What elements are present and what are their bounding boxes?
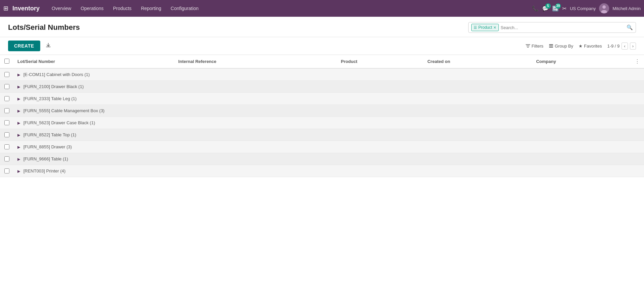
search-submit-icon[interactable]: 🔍 [627, 24, 633, 30]
expand-icon: ▶ [17, 121, 20, 125]
groupby-button[interactable]: Group By [549, 44, 573, 49]
pagination: 1-9 / 9 ‹ › [607, 43, 636, 50]
row-group-label[interactable]: ▶ [E-COM11] Cabinet with Doors (1) [13, 68, 631, 81]
search-input[interactable] [501, 25, 627, 30]
expand-icon: ▶ [17, 85, 20, 89]
expand-icon: ▶ [17, 157, 20, 161]
column-options-button[interactable]: ⋮ [635, 58, 640, 65]
topnav-right: 📞 💬 5 🔄 39 ✂ US Company Mitchell Admin [532, 3, 641, 13]
row-checkbox[interactable] [4, 156, 9, 161]
filter-tag-label: Product [478, 25, 492, 30]
phone-icon[interactable]: 📞 [532, 5, 539, 12]
nav-reporting[interactable]: Reporting [137, 4, 165, 13]
row-options-cell [631, 81, 644, 93]
svg-rect-3 [549, 44, 553, 45]
nav-products[interactable]: Products [109, 4, 136, 13]
pagination-info: 1-9 / 9 [607, 44, 620, 49]
row-options-cell [631, 68, 644, 81]
group-label-text: [FURN_8522] Table Top (1) [23, 132, 76, 137]
col-lot-serial[interactable]: Lot/Serial Number [13, 55, 174, 68]
pagination-next[interactable]: › [630, 43, 636, 50]
pagination-prev[interactable]: ‹ [622, 43, 628, 50]
row-checkbox-cell [0, 81, 13, 93]
row-group-label[interactable]: ▶ [FURN_5555] Cable Management Box (3) [13, 105, 631, 117]
expand-icon: ▶ [17, 169, 20, 173]
row-checkbox[interactable] [4, 108, 9, 113]
row-checkbox-cell [0, 153, 13, 165]
activity-icon[interactable]: 🔄 39 [552, 5, 559, 12]
page-title-row: Lots/Serial Numbers ☰ Product × 🔍 [8, 22, 636, 33]
group-label-text: [E-COM11] Cabinet with Doors (1) [23, 72, 90, 77]
export-button[interactable] [44, 41, 53, 51]
row-checkbox-cell [0, 68, 13, 81]
row-checkbox[interactable] [4, 120, 9, 125]
table-row[interactable]: ▶ [FURN_9666] Table (1) [0, 153, 644, 165]
filters-label: Filters [532, 44, 543, 49]
row-checkbox[interactable] [4, 96, 9, 101]
row-checkbox[interactable] [4, 168, 9, 173]
table-row[interactable]: ▶ [RENT003] Printer (4) [0, 165, 644, 177]
scissors-icon[interactable]: ✂ [562, 5, 567, 12]
nav-overview[interactable]: Overview [48, 4, 75, 13]
table-row[interactable]: ▶ [E-COM11] Cabinet with Doors (1) [0, 68, 644, 81]
app-brand[interactable]: Inventory [12, 5, 40, 12]
table-row[interactable]: ▶ [FURN_5623] Drawer Case Black (1) [0, 117, 644, 129]
search-filter-tag-product: ☰ Product × [471, 24, 499, 31]
page-content: Lots/Serial Numbers ☰ Product × 🔍 CREATE [0, 17, 644, 286]
col-options-header[interactable]: ⋮ [631, 55, 644, 68]
row-checkbox[interactable] [4, 144, 9, 149]
row-options-cell [631, 93, 644, 105]
row-group-label[interactable]: ▶ [FURN_2333] Table Leg (1) [13, 93, 631, 105]
row-options-cell [631, 141, 644, 153]
filter-tag-icon: ☰ [474, 25, 477, 30]
filters-button[interactable]: Filters [526, 44, 543, 49]
company-name[interactable]: US Company [570, 6, 596, 11]
col-company[interactable]: Company [532, 55, 631, 68]
page-header: Lots/Serial Numbers ☰ Product × 🔍 [0, 17, 644, 37]
expand-icon: ▶ [17, 145, 20, 149]
activity-badge: 39 [555, 3, 561, 9]
filter-tag-close[interactable]: × [493, 25, 496, 30]
row-checkbox[interactable] [4, 84, 9, 89]
svg-point-1 [602, 5, 606, 9]
data-table: Lot/Serial Number Internal Reference Pro… [0, 55, 644, 177]
username: Mitchell Admin [612, 6, 641, 11]
row-checkbox-cell [0, 129, 13, 141]
row-group-label[interactable]: ▶ [FURN_8522] Table Top (1) [13, 129, 631, 141]
search-bar: ☰ Product × 🔍 [468, 22, 636, 33]
row-checkbox[interactable] [4, 72, 9, 77]
row-group-label[interactable]: ▶ [FURN_5623] Drawer Case Black (1) [13, 117, 631, 129]
group-label-text: [FURN_9666] Table (1) [23, 156, 68, 161]
nav-configuration[interactable]: Configuration [167, 4, 203, 13]
col-internal-ref[interactable]: Internal Reference [174, 55, 337, 68]
table-row[interactable]: ▶ [FURN_8855] Drawer (3) [0, 141, 644, 153]
col-created-on[interactable]: Created on [423, 55, 532, 68]
row-checkbox[interactable] [4, 132, 9, 137]
nav-operations[interactable]: Operations [76, 4, 107, 13]
row-options-cell [631, 129, 644, 141]
group-label-text: [FURN_8855] Drawer (3) [23, 144, 72, 149]
favorites-button[interactable]: ★ Favorites [579, 44, 602, 49]
svg-rect-5 [549, 47, 553, 48]
row-group-label[interactable]: ▶ [FURN_9666] Table (1) [13, 153, 631, 165]
toolbar: CREATE Filters Group By [0, 37, 644, 55]
create-button[interactable]: CREATE [8, 41, 40, 51]
table-row[interactable]: ▶ [FURN_2333] Table Leg (1) [0, 93, 644, 105]
user-avatar[interactable] [599, 3, 609, 13]
row-group-label[interactable]: ▶ [FURN_8855] Drawer (3) [13, 141, 631, 153]
chat-icon[interactable]: 💬 5 [542, 5, 549, 12]
grid-icon[interactable]: ⊞ [3, 5, 8, 12]
table-row[interactable]: ▶ [FURN_5555] Cable Management Box (3) [0, 105, 644, 117]
topnav: ⊞ Inventory Overview Operations Products… [0, 0, 644, 17]
table-row[interactable]: ▶ [FURN_8522] Table Top (1) [0, 129, 644, 141]
col-product[interactable]: Product [337, 55, 423, 68]
chat-badge: 5 [545, 3, 551, 9]
row-group-label[interactable]: ▶ [FURN_2100] Drawer Black (1) [13, 81, 631, 93]
select-all-checkbox[interactable] [4, 59, 9, 64]
row-group-label[interactable]: ▶ [RENT003] Printer (4) [13, 165, 631, 177]
table-row[interactable]: ▶ [FURN_2100] Drawer Black (1) [0, 81, 644, 93]
row-checkbox-cell [0, 117, 13, 129]
row-checkbox-cell [0, 105, 13, 117]
table-body: ▶ [E-COM11] Cabinet with Doors (1) ▶ [FU… [0, 68, 644, 177]
favorites-label: Favorites [584, 44, 602, 49]
